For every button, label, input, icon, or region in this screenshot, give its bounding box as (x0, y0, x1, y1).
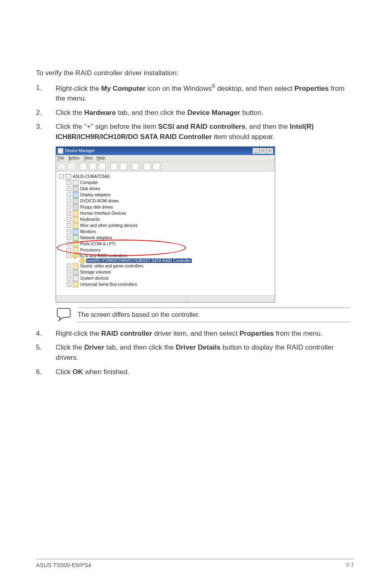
tree-label: Processors (80, 248, 101, 252)
text: Click the (56, 109, 84, 117)
tree-item[interactable]: +System devices (67, 276, 271, 281)
minimize-button[interactable]: _ (253, 148, 259, 154)
step-6: 6. Click OK when finished. (36, 367, 354, 377)
step-number: 1. (36, 83, 42, 93)
text: item should appear. (212, 133, 274, 141)
tree-item[interactable]: +Floppy disk drives (67, 204, 271, 210)
toolbar-icon[interactable] (153, 163, 160, 170)
expand-icon[interactable]: + (67, 248, 71, 252)
device-icon (73, 263, 78, 269)
menu-help[interactable]: Help (96, 156, 105, 160)
toolbar (56, 162, 275, 172)
forward-icon[interactable] (68, 163, 75, 170)
toolbar-icon[interactable] (89, 163, 96, 170)
bold: Properties (240, 330, 274, 337)
expand-icon[interactable]: + (67, 264, 71, 268)
intro-text: To verify the RAID controller driver ins… (36, 68, 354, 78)
expand-icon[interactable]: + (67, 229, 71, 234)
tree-item[interactable]: +Universal Serial Bus controllers (67, 282, 271, 287)
tree-item[interactable]: +Ports (COM & LPT) (67, 241, 271, 247)
tree-item[interactable]: +Storage volumes (67, 269, 271, 275)
tree-item[interactable]: +Sound, video and game controllers (67, 263, 271, 269)
device-icon (73, 223, 78, 229)
text: icon on the Windows (146, 84, 212, 92)
tree-item[interactable]: +Computer (67, 180, 271, 186)
toolbar-icon[interactable] (99, 163, 106, 170)
step-2: 2. Click the Hardware tab, and then clic… (36, 108, 354, 118)
text: , and then the (245, 123, 290, 130)
tree-item-raid-controller[interactable]: Intel(R) ICH8R/ICH9R/ICH10R/DO SATA RAID… (74, 258, 271, 263)
tree-item[interactable]: +Mice and other pointing devices (67, 223, 271, 229)
steps-list: 1. Right-click the My Computer icon on t… (36, 83, 354, 142)
back-icon[interactable] (58, 163, 66, 170)
toolbar-icon[interactable] (110, 163, 118, 170)
expand-icon[interactable]: + (67, 205, 71, 209)
text: from the menu. (274, 330, 323, 337)
note-icon (56, 307, 72, 323)
toolbar-icon[interactable] (120, 163, 127, 170)
menu-file[interactable]: File (58, 156, 64, 160)
toolbar-icon[interactable] (132, 163, 139, 170)
tree-root[interactable]: −ASUS-2196A7C5A6 (59, 174, 271, 180)
tree-item-scsi[interactable]: −SCSI and RAID controllers (67, 254, 271, 258)
tree-item[interactable]: +Processors (67, 247, 271, 253)
menu-bar: File Action View Help (56, 155, 275, 162)
tree-label: Mice and other pointing devices (80, 223, 138, 228)
expand-icon[interactable]: + (67, 199, 71, 203)
tree-item[interactable]: +Keyboards (67, 217, 271, 222)
tree-label: System devices (80, 276, 109, 281)
tree-item[interactable]: +Network adapters (67, 235, 271, 241)
toolbar-icon[interactable] (80, 163, 87, 170)
expand-icon[interactable]: + (67, 276, 71, 281)
expand-icon[interactable]: + (67, 242, 71, 246)
tree-label: Sound, video and game controllers (80, 264, 143, 268)
collapse-icon[interactable]: − (59, 174, 64, 179)
collapse-icon[interactable]: − (67, 254, 71, 258)
expand-icon[interactable]: + (67, 282, 71, 287)
tree-label: SCSI and RAID controllers (79, 254, 127, 258)
text: when finished. (83, 368, 129, 376)
bold: Properties (294, 84, 329, 92)
step-number: 3. (36, 122, 42, 132)
bold: My Computer (101, 84, 146, 92)
step-number: 2. (36, 108, 42, 118)
step-number: 5. (36, 343, 42, 353)
window-title: Device Manager (65, 148, 95, 153)
menu-action[interactable]: Action (68, 156, 80, 160)
footer-left: ASUS TS500-E6/PS4 (36, 562, 91, 568)
expand-icon[interactable]: + (67, 193, 71, 197)
expand-icon[interactable]: + (67, 270, 71, 274)
expand-icon[interactable]: + (67, 186, 71, 191)
expand-icon[interactable]: + (67, 211, 71, 215)
tree-item[interactable]: +Disk drives (67, 186, 271, 192)
device-icon (73, 269, 78, 275)
tree-item[interactable]: +Display adapters (67, 192, 271, 198)
step-4: 4. Right-click the RAID controller drive… (36, 329, 354, 339)
expand-icon[interactable]: + (67, 217, 71, 222)
tree-item[interactable]: +DVD/CD-ROM drives (67, 198, 271, 204)
tree-label: Universal Serial Bus controllers (80, 282, 137, 287)
tree-label: Storage volumes (80, 270, 111, 274)
device-icon (73, 276, 78, 281)
status-bar (56, 295, 275, 302)
tree-label: ASUS-2196A7C5A6 (73, 174, 110, 179)
tree-label: DVD/CD-ROM drives (80, 199, 119, 203)
tree-item[interactable]: +Monitors (67, 229, 271, 235)
expand-icon[interactable]: + (67, 180, 71, 185)
tree-label: Keyboards (80, 217, 100, 222)
bold: RAID controller (101, 330, 152, 337)
tree-item[interactable]: +Human Interface Devices (67, 211, 271, 216)
expand-icon[interactable]: + (67, 223, 71, 228)
menu-view[interactable]: View (84, 156, 93, 160)
step-3: 3. Click the "+" sign before the item SC… (36, 122, 354, 142)
text: Right-click the (56, 330, 101, 337)
step-number: 4. (36, 329, 42, 339)
expand-icon[interactable]: + (67, 236, 71, 240)
step-5: 5. Click the Driver tab, and then click … (36, 343, 354, 363)
tree-label: Network adapters (80, 236, 112, 240)
maximize-button[interactable]: □ (260, 148, 266, 154)
text: driver item, and then select (152, 330, 240, 337)
toolbar-icon[interactable] (143, 163, 151, 170)
tree-label: Disk drives (80, 186, 100, 191)
close-button[interactable]: × (267, 148, 273, 154)
